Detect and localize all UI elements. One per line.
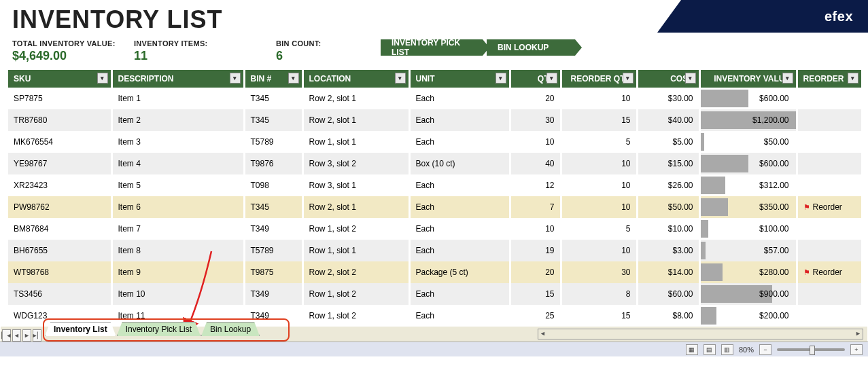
cell-reorder-qty[interactable]: 8 [561,283,637,305]
cell-qty[interactable]: 15 [510,283,561,305]
cell-inventory-value[interactable]: $57.00 [699,240,797,261]
cell-reorder-qty[interactable]: 10 [561,240,637,261]
filter-dropdown-icon[interactable] [623,73,633,84]
cell-unit[interactable]: Box (10 ct) [409,153,510,174]
cell-bin[interactable]: T098 [244,174,302,196]
header-reorder-qty[interactable]: REORDER QTY [561,70,637,88]
cell-qty[interactable]: 20 [510,88,561,109]
filter-dropdown-icon[interactable] [230,73,241,84]
cell-qty[interactable]: 25 [510,305,561,327]
cell-location[interactable]: Row 2, slot 2 [302,261,409,283]
cell-unit[interactable]: Each [409,109,510,131]
cell-location[interactable]: Row 1, slot 1 [302,131,409,153]
cell-reorder[interactable]: ⚑Reorder [797,261,862,283]
tab-bin-lookup[interactable]: Bin Lookup [201,322,260,336]
filter-dropdown-icon[interactable] [546,73,557,84]
zoom-out-button[interactable]: − [759,344,771,355]
cell-qty[interactable]: 7 [510,196,561,218]
cell-inventory-value[interactable]: $200.00 [699,305,797,327]
cell-reorder-qty[interactable]: 5 [561,131,637,153]
cell-bin[interactable]: T9875 [244,261,302,283]
cell-reorder-qty[interactable]: 15 [561,109,637,131]
cell-sku[interactable]: PW98762 [8,196,111,218]
filter-dropdown-icon[interactable] [685,73,696,84]
tab-inventory-pick-list[interactable]: Inventory Pick List [117,322,201,336]
view-page-break-icon[interactable]: ▥ [721,344,733,355]
cell-sku[interactable]: XR23423 [8,174,111,196]
cell-reorder-qty[interactable]: 5 [561,218,637,240]
table-row[interactable]: PW98762Item 6T345Row 2, slot 1Each710$50… [8,196,862,218]
cell-sku[interactable]: SP7875 [8,88,111,109]
cell-bin[interactable]: T5789 [244,131,302,153]
filter-dropdown-icon[interactable] [395,73,406,84]
cell-reorder[interactable] [797,109,862,131]
header-unit[interactable]: UNIT [409,70,510,88]
table-row[interactable]: BH67655Item 8T5789Row 1, slot 1Each1910$… [8,240,862,261]
cell-description[interactable]: Item 1 [111,88,244,109]
cell-sku[interactable]: MK676554 [8,131,111,153]
filter-dropdown-icon[interactable] [496,73,506,84]
cell-sku[interactable]: BH67655 [8,240,111,261]
cell-inventory-value[interactable]: $50.00 [699,131,797,153]
cell-reorder-qty[interactable]: 10 [561,174,637,196]
cell-reorder[interactable] [797,131,862,153]
table-row[interactable]: XR23423Item 5T098Row 3, slot 1Each1210$2… [8,174,862,196]
view-normal-icon[interactable]: ▦ [686,344,698,355]
cell-sku[interactable]: BM87684 [8,218,111,240]
cell-qty[interactable]: 40 [510,153,561,174]
table-row[interactable]: WT98768Item 9T9875Row 2, slot 2Package (… [8,261,862,283]
cell-location[interactable]: Row 3, slot 2 [302,153,409,174]
table-row[interactable]: TR87680Item 2T345Row 2, slot 1Each3015$4… [8,109,862,131]
header-reorder[interactable]: REORDER [797,70,862,88]
cell-unit[interactable]: Each [409,305,510,327]
cell-unit[interactable]: Each [409,283,510,305]
cell-description[interactable]: Item 3 [111,131,244,153]
cell-bin[interactable]: T349 [244,218,302,240]
cell-location[interactable]: Row 2, slot 1 [302,109,409,131]
cell-reorder[interactable] [797,218,862,240]
cell-inventory-value[interactable]: $600.00 [699,88,797,109]
cell-location[interactable]: Row 3, slot 1 [302,174,409,196]
cell-location[interactable]: Row 2, slot 1 [302,88,409,109]
cell-location[interactable]: Row 1, slot 1 [302,240,409,261]
cell-cost[interactable]: $14.00 [637,261,699,283]
filter-dropdown-icon[interactable] [848,73,858,84]
cell-reorder-qty[interactable]: 10 [561,196,637,218]
cell-unit[interactable]: Each [409,88,510,109]
cell-cost[interactable]: $15.00 [637,153,699,174]
cell-unit[interactable]: Each [409,196,510,218]
cell-sku[interactable]: TS3456 [8,283,111,305]
cell-location[interactable]: Row 1, slot 2 [302,305,409,327]
cell-description[interactable]: Item 4 [111,153,244,174]
cell-qty[interactable]: 19 [510,240,561,261]
cell-sku[interactable]: WT98768 [8,261,111,283]
cell-description[interactable]: Item 6 [111,196,244,218]
cell-qty[interactable]: 30 [510,109,561,131]
cell-cost[interactable]: $50.00 [637,196,699,218]
tab-nav-next[interactable]: ► [22,329,31,342]
cell-unit[interactable]: Package (5 ct) [409,261,510,283]
cell-reorder-qty[interactable]: 15 [561,305,637,327]
cell-unit[interactable]: Each [409,131,510,153]
cell-reorder[interactable] [797,174,862,196]
cell-cost[interactable]: $3.00 [637,240,699,261]
horizontal-scrollbar[interactable] [538,329,863,339]
tab-nav-prev[interactable]: ◄ [12,329,21,342]
cell-qty[interactable]: 12 [510,174,561,196]
cell-qty[interactable]: 10 [510,131,561,153]
cell-qty[interactable]: 20 [510,261,561,283]
header-sku[interactable]: SKU [8,70,111,88]
filter-dropdown-icon[interactable] [288,73,299,84]
cell-cost[interactable]: $5.00 [637,131,699,153]
cell-inventory-value[interactable]: $100.00 [699,218,797,240]
cell-inventory-value[interactable]: $350.00 [699,196,797,218]
cell-bin[interactable]: T9876 [244,153,302,174]
table-row[interactable]: TS3456Item 10T349Row 1, slot 2Each158$60… [8,283,862,305]
cell-cost[interactable]: $60.00 [637,283,699,305]
cell-inventory-value[interactable]: $312.00 [699,174,797,196]
table-row[interactable]: YE98767Item 4T9876Row 3, slot 2Box (10 c… [8,153,862,174]
cell-reorder-qty[interactable]: 30 [561,261,637,283]
tab-inventory-list[interactable]: Inventory List [45,322,116,336]
cell-bin[interactable]: T345 [244,88,302,109]
cell-sku[interactable]: YE98767 [8,153,111,174]
